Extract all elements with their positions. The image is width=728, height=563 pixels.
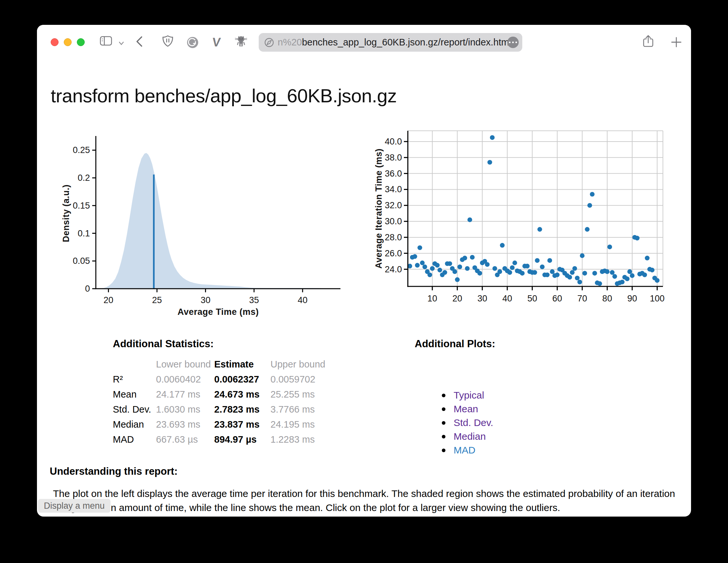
stat-row-label: R²: [113, 374, 156, 385]
list-item: Typical: [439, 388, 493, 402]
svg-text:90: 90: [627, 293, 637, 303]
github-octocat-icon[interactable]: [234, 34, 248, 50]
col-upper-bound: Upper bound: [270, 359, 327, 370]
svg-text:60: 60: [552, 293, 562, 303]
understanding-heading: Understanding this report:: [50, 466, 178, 477]
svg-text:0.25: 0.25: [73, 145, 90, 155]
svg-text:0.1: 0.1: [78, 229, 90, 238]
stat-lower: 1.6030 ms: [156, 404, 214, 415]
additional-plots-list: Typical Mean Std. Dev. Median MAD: [439, 388, 493, 457]
svg-text:34.0: 34.0: [385, 185, 402, 194]
browser-window: V: [37, 25, 691, 517]
ellipsis-menu-button[interactable]: [507, 37, 519, 48]
minimize-window-button[interactable]: [64, 38, 72, 46]
svg-text:30: 30: [200, 295, 210, 305]
svg-text:70: 70: [577, 293, 587, 303]
additional-statistics-heading: Additional Statistics:: [113, 338, 214, 350]
address-bar[interactable]: n%20benches_app_log_60KB.json.gz/report/…: [259, 33, 522, 52]
compass-icon: [264, 37, 274, 48]
svg-text:0.15: 0.15: [73, 201, 90, 211]
stat-upper: 3.7766 ms: [270, 404, 327, 415]
iteration-times-plot[interactable]: 24.026.028.030.032.034.036.038.040.01020…: [373, 128, 667, 311]
plot-link-typical[interactable]: Typical: [454, 390, 484, 400]
stat-estimate: 24.673 ms: [214, 389, 270, 400]
col-estimate: Estimate: [214, 359, 270, 370]
svg-text:50: 50: [527, 293, 537, 303]
svg-text:100: 100: [650, 293, 665, 303]
stat-lower: 24.177 ms: [156, 389, 214, 400]
stat-row-label: MAD: [113, 434, 156, 445]
plot-link-mad[interactable]: MAD: [454, 445, 476, 455]
chevron-down-icon[interactable]: [119, 41, 124, 46]
stat-row-label: Std. Dev.: [113, 404, 156, 415]
svg-text:0.2: 0.2: [78, 173, 90, 183]
share-icon[interactable]: [643, 35, 654, 49]
zoom-window-button[interactable]: [77, 38, 85, 46]
url-text: n%20benches_app_log_60KB.json.gz/report/…: [278, 37, 511, 48]
stat-upper: 1.2283 ms: [270, 434, 327, 445]
stat-lower: 667.63 µs: [156, 434, 214, 445]
svg-text:20: 20: [104, 295, 113, 305]
svg-text:0.05: 0.05: [73, 256, 90, 266]
grammarly-extension-icon[interactable]: [187, 37, 199, 50]
sidebar-toggle-icon[interactable]: [100, 36, 112, 47]
list-item: MAD: [439, 443, 493, 457]
stat-lower: 0.0060402: [156, 374, 214, 385]
stat-upper: 0.0059702: [270, 374, 327, 385]
svg-text:30.0: 30.0: [385, 217, 402, 226]
svg-text:40.0: 40.0: [385, 137, 402, 147]
svg-text:40: 40: [502, 293, 512, 303]
close-window-button[interactable]: [51, 38, 59, 46]
col-lower-bound: Lower bound: [156, 359, 214, 370]
list-item: Std. Dev.: [439, 416, 493, 430]
desktop-background: V: [0, 0, 728, 563]
svg-text:32.0: 32.0: [385, 201, 402, 210]
svg-text:35: 35: [249, 295, 259, 305]
new-tab-icon[interactable]: [671, 37, 682, 49]
additional-plots-heading: Additional Plots:: [415, 338, 495, 350]
stat-estimate: 0.0062327: [214, 374, 270, 385]
stat-lower: 23.693 ms: [156, 419, 214, 430]
stat-estimate: 23.837 ms: [214, 419, 270, 430]
svg-text:20: 20: [452, 293, 462, 303]
plot-link-median[interactable]: Median: [454, 431, 486, 442]
shield-pause-extension-icon[interactable]: [162, 35, 174, 48]
svg-text:36.0: 36.0: [385, 169, 402, 179]
statistics-table: Lower bound Estimate Upper bound R² 0.00…: [113, 359, 327, 445]
stat-upper: 24.195 ms: [270, 419, 327, 430]
url-faded-prefix: n%20: [278, 37, 302, 47]
svg-text:80: 80: [602, 293, 612, 303]
density-plot[interactable]: 00.050.10.150.20.252025303540Average Tim…: [59, 130, 350, 321]
browser-toolbar: V: [37, 25, 691, 55]
svg-text:Average Iteration Time (ms): Average Iteration Time (ms): [374, 149, 384, 269]
list-item: Median: [439, 430, 493, 443]
svg-text:Density (a.u.): Density (a.u.): [61, 185, 71, 242]
stat-row-label: Mean: [113, 389, 156, 400]
svg-text:26.0: 26.0: [385, 249, 402, 258]
svg-text:10: 10: [427, 293, 437, 303]
stat-upper: 25.255 ms: [270, 389, 327, 400]
vimium-extension-icon[interactable]: V: [212, 35, 221, 49]
svg-text:24.0: 24.0: [385, 265, 402, 274]
plot-link-stddev[interactable]: Std. Dev.: [454, 417, 493, 428]
svg-text:0: 0: [85, 284, 90, 293]
back-button-icon[interactable]: [135, 36, 144, 49]
plot-link-mean[interactable]: Mean: [454, 403, 478, 414]
svg-text:30: 30: [477, 293, 487, 303]
stat-estimate: 894.97 µs: [214, 434, 270, 445]
stat-estimate: 2.7823 ms: [214, 404, 270, 415]
status-bar-tooltip: Display a menu: [38, 499, 111, 513]
understanding-paragraph: The plot on the left displays the averag…: [50, 486, 681, 515]
svg-text:40: 40: [298, 295, 307, 305]
svg-text:38.0: 38.0: [385, 153, 402, 163]
page-title: transform benches/app_log_60KB.json.gz: [51, 85, 397, 107]
svg-text:28.0: 28.0: [385, 233, 402, 242]
svg-text:Average Time (ms): Average Time (ms): [178, 307, 259, 317]
list-item: Mean: [439, 402, 493, 416]
url-path: benches_app_log_60KB.json.gz/report/inde…: [302, 37, 511, 47]
stat-row-label: Median: [113, 419, 156, 430]
svg-text:25: 25: [152, 295, 162, 305]
